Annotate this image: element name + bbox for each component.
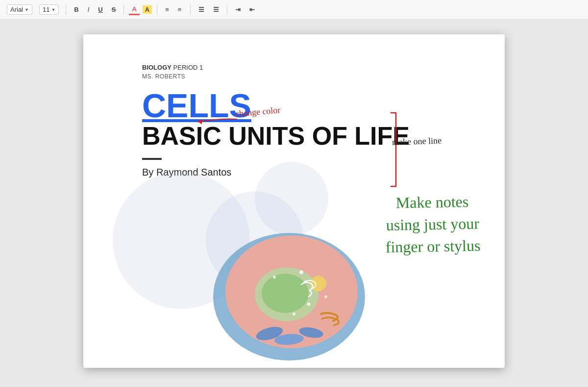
author-line: By Raymond Santos bbox=[142, 167, 470, 178]
subject-line: BIOLOGY PERIOD 1 bbox=[142, 64, 470, 71]
toolbar-separator-5 bbox=[227, 5, 227, 15]
bullets-button[interactable]: ☰ bbox=[196, 5, 207, 14]
teacher-line: MS. ROBERTS bbox=[142, 73, 470, 80]
font-size-label: 11 bbox=[43, 6, 49, 13]
make-notes-line1: Make notes bbox=[385, 190, 480, 214]
toolbar: Arial ▼ 11 ▼ B I U S A A ≡ ≡ ☰ ☰ ⇥ ⇤ bbox=[0, 0, 588, 20]
svg-point-10 bbox=[273, 276, 276, 279]
font-family-label: Arial bbox=[10, 6, 23, 13]
svg-point-12 bbox=[293, 312, 295, 315]
align-left-button[interactable]: ≡ bbox=[162, 5, 172, 14]
bracket-annotation-svg bbox=[371, 110, 401, 189]
strikethrough-button[interactable]: S bbox=[109, 5, 119, 14]
document-page: BIOLOGY PERIOD 1 MS. ROBERTS CELLS BASIC… bbox=[83, 34, 505, 368]
annotation-arrow-svg bbox=[195, 114, 239, 129]
highlight-button[interactable]: A bbox=[143, 5, 152, 14]
annotation-make-notes: Make notes using just your finger or sty… bbox=[385, 190, 481, 258]
author-name: Raymond Santos bbox=[156, 167, 231, 178]
toolbar-separator-1 bbox=[66, 5, 66, 15]
font-color-button[interactable]: A bbox=[129, 4, 139, 15]
font-size-chevron: ▼ bbox=[51, 7, 55, 12]
indent-button[interactable]: ⇥ bbox=[232, 5, 244, 14]
font-family-chevron: ▼ bbox=[24, 7, 29, 12]
author-prefix: By bbox=[142, 167, 153, 178]
svg-marker-0 bbox=[197, 119, 202, 124]
toolbar-font-family[interactable]: Arial ▼ bbox=[5, 3, 34, 16]
cell-illustration bbox=[206, 201, 372, 368]
outdent-button[interactable]: ⇤ bbox=[246, 5, 258, 14]
svg-point-9 bbox=[299, 270, 303, 274]
align-center-button[interactable]: ≡ bbox=[175, 5, 186, 14]
annotation-make-one-line: make one line bbox=[392, 135, 442, 148]
toolbar-separator-4 bbox=[190, 5, 191, 15]
document-area: BIOLOGY PERIOD 1 MS. ROBERTS CELLS BASIC… bbox=[0, 20, 588, 387]
italic-button[interactable]: I bbox=[85, 5, 93, 14]
make-notes-line3: finger or stylus bbox=[386, 234, 481, 258]
toolbar-font-size[interactable]: 11 ▼ bbox=[37, 3, 61, 16]
subject-bold: BIOLOGY bbox=[142, 64, 172, 71]
make-notes-line2: using just your bbox=[385, 212, 481, 236]
title-divider bbox=[142, 158, 162, 160]
svg-point-8 bbox=[311, 276, 326, 291]
bold-button[interactable]: B bbox=[71, 5, 81, 14]
underline-button[interactable]: U bbox=[95, 5, 105, 14]
svg-point-11 bbox=[307, 303, 311, 306]
svg-point-4 bbox=[262, 274, 309, 313]
toolbar-separator-3 bbox=[157, 5, 157, 15]
period-label: PERIOD 1 bbox=[173, 64, 203, 71]
numbered-list-button[interactable]: ☰ bbox=[210, 5, 222, 14]
svg-point-13 bbox=[324, 295, 327, 298]
toolbar-separator-2 bbox=[123, 5, 124, 15]
